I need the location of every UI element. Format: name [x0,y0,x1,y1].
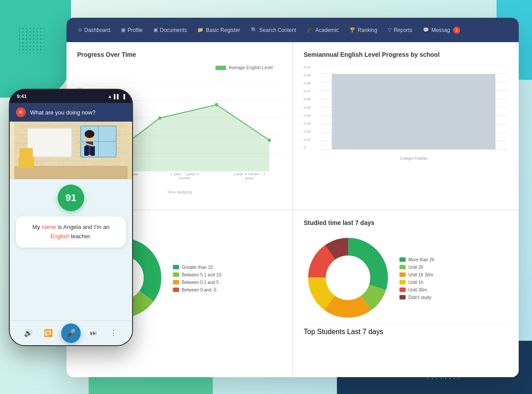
legend-item-no-study: Didn't study [399,295,434,300]
academic-icon: 🎓 [307,27,313,33]
svg-point-7 [158,116,161,120]
svg-rect-45 [19,157,34,168]
highlight-english: English [51,233,70,240]
bar-chart-svg [319,65,508,150]
svg-rect-50 [90,146,95,156]
phone-close-btn[interactable]: ✕ [16,107,26,117]
nav-academic[interactable]: 🎓 Academic [302,24,343,36]
mic-btn[interactable]: 🎤 [61,323,81,343]
legend-item-until1h: Until 1h [399,280,434,285]
nav-messages[interactable]: 💬 Messag 2 [419,24,465,36]
donut-studied-svg-wrap [304,233,392,324]
legend-item-more2h: More than 2h [399,257,434,262]
legend-item-5-10: Between 5.1 and 10 [173,272,221,277]
svg-point-9 [268,138,271,142]
legend-item-until30m: Until 30m [399,288,434,292]
panel-studied-time: Studied time last 7 days [293,210,519,378]
svg-rect-21 [332,74,495,150]
panel-1-title: Progress Over Time [77,51,282,58]
skip-btn[interactable]: ⏭ [86,326,101,340]
legend-item-until1h30m: Until 1h 30m [399,272,434,277]
bar-y-labels: 0 0.01 0.02 0.03 0.04 0.05 0.06 0.07 0.0… [304,65,317,150]
nav-basic-register[interactable]: 📁 Basic Register [193,24,244,36]
legend-color-01-5 [173,280,179,284]
ranking-icon: 🏆 [349,27,356,33]
phone-header: ✕ What are you doing now? [10,103,132,122]
navbar: ⊙ Dashboard ▣ Profile ▣ Documents 📁 Basi… [66,18,519,42]
battery-icon: ▐ [122,94,125,99]
status-icons: ▲ ▌▌ ▐ [108,94,125,99]
more-btn[interactable]: ⋮ [106,326,121,340]
nav-ranking[interactable]: 🏆 Ranking [345,24,382,36]
svg-rect-46 [20,148,33,158]
profile-icon: ▣ [121,27,125,33]
legend-item-01-5: Between 0.1 and 5 [173,280,221,285]
volume-btn[interactable]: 🔊 [21,326,35,340]
messages-icon: 💬 [423,27,429,33]
svg-point-33 [326,256,370,300]
search-icon: 🔍 [251,27,257,33]
reports-icon: ▽ [388,27,391,33]
documents-icon: ▣ [153,27,158,33]
highlight-name: name [42,224,56,230]
wifi-icon: ▲ [108,94,112,99]
panel-4-title: Studied time last 7 days [304,219,508,226]
phone-bottom-bar: 🔊 🔁 🎤 ⏭ ⋮ [10,320,132,345]
speech-bubble: My name is Angela and I'm an English tea… [16,217,126,248]
legend-item-until2h: Until 2h [399,265,434,270]
dashboard-icon: ⊙ [78,27,82,33]
donut-studied-legend: More than 2h Until 2h Until 1h 30m Until… [399,257,434,300]
content-area: Progress Over Time Average English Level… [66,42,519,377]
legend-color-until2h [399,265,406,269]
dashboard-container: ⊙ Dashboard ▣ Profile ▣ Documents 📁 Basi… [66,18,519,377]
phone-overlay: 9:41 ▲ ▌▌ ▐ ✕ What are you doing now? [9,89,133,346]
nav-profile[interactable]: ▣ Profile [117,24,147,36]
donut-studied-panel: More than 2h Until 2h Until 1h 30m Until… [304,233,508,324]
folder-icon: 📁 [197,27,203,33]
legend-color-0-neg5 [173,288,179,292]
signal-icon: ▌▌ [114,94,120,99]
bg-dots-top [18,27,44,53]
legend-color-gt10 [173,265,179,269]
legend-item-gt10: Greater than 10 [173,265,221,270]
panel-semiannual: Semiannual English Level Progress by sch… [293,42,519,209]
legend-item-0-neg5: Between 0 and -5 [173,288,221,292]
legend-color-no-study [399,295,406,299]
legend-color-until30m [399,288,406,292]
nav-search-content[interactable]: 🔍 Search Content [246,24,301,36]
legend-color-until1h30m [399,272,406,277]
legend-color-5-10 [173,272,179,277]
classroom-scene-svg [14,122,128,179]
phone-image [10,122,132,179]
nav-reports[interactable]: ▽ Reports [383,24,417,36]
svg-rect-49 [84,146,89,156]
nav-documents[interactable]: ▣ Documents [149,24,192,36]
legend-color-avg [215,66,226,70]
panel-2-title: Semiannual English Level Progress by sch… [304,51,508,58]
phone-header-text: What are you doing now? [30,109,95,116]
top-students-label: Top Students Last 7 days [304,324,508,336]
donut-quality-legend: Greater than 10 Between 5.1 and 10 Betwe… [173,265,221,292]
donut-studied-svg [304,233,392,322]
nav-dashboard[interactable]: ⊙ Dashboard [74,24,115,36]
bar-x-label: Colégio Padrão [319,156,508,161]
messages-badge: 2 [453,27,460,34]
legend-color-until1h [399,280,406,284]
phone-status-bar: 9:41 ▲ ▌▌ ▐ [10,90,132,103]
bar-chart-area: 0 0.01 0.02 0.03 0.04 0.05 0.06 0.07 0.0… [304,65,508,163]
svg-point-8 [215,103,218,106]
phone-content: ✕ What are you doing now? [10,103,132,345]
svg-point-51 [85,130,94,138]
repeat-btn[interactable]: 🔁 [41,326,55,340]
legend-color-more2h [399,257,406,262]
phone-time: 9:41 [17,94,27,99]
svg-rect-43 [27,128,72,157]
chart-legend-avg: Average English Level [77,65,282,70]
score-circle: 91 [58,185,84,211]
